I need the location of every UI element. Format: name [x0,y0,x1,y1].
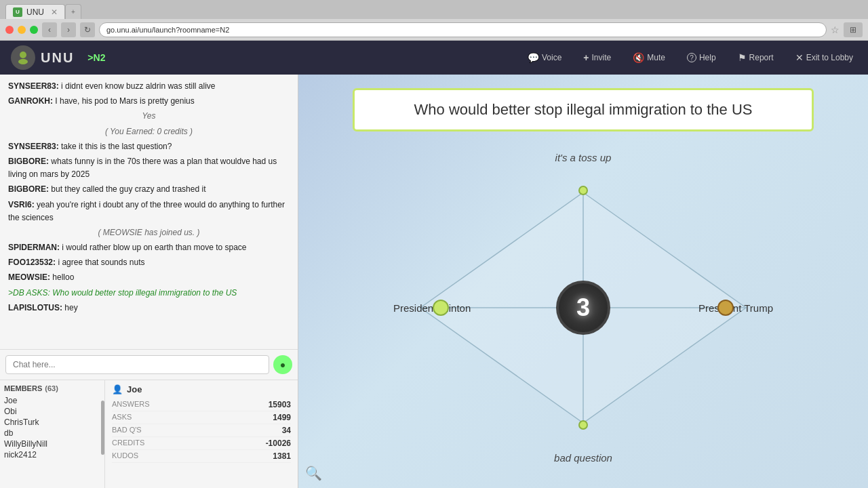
member-stats-section: 👤 Joe ANSWERS 15903 ASKS 1499 BAD Q's 34 [105,380,298,488]
timer-circle: 3 [556,281,610,335]
list-item[interactable]: Obi [4,406,100,417]
extensions-button[interactable]: ⊞ [844,22,863,37]
vote-label-top: it's a toss up [555,152,612,163]
chat-message: Yes [8,110,290,123]
report-button[interactable]: ⚑ Report [734,49,778,66]
back-button[interactable]: ‹ [42,22,57,37]
credits-value: -10026 [266,439,291,448]
zoom-icon[interactable]: 🔍 [305,465,322,481]
chat-message: BIGBORE: whats funny is in the 70s there… [8,155,290,181]
chat-message: VSRI6: yeah you're right i doubt any of … [8,199,290,224]
invite-label: Invite [592,53,612,62]
member-stats-user-icon: 👤 [112,384,123,394]
main-content: SYNSEER83: i didnt even know buzz aldrin… [0,75,868,488]
report-icon: ⚑ [738,52,747,63]
help-icon: ? [687,53,696,62]
asks-value: 1499 [273,413,291,422]
chat-message-text: I have, his pod to Mars is pretty genius [55,96,194,106]
window-close-button[interactable] [5,26,14,34]
chat-username: FOO123532: [8,258,58,267]
kudos-label: KUDOS [112,451,138,461]
chat-message: FOO123532: i agree that sounds nuts [8,256,290,269]
chat-username: MEOWSIE: [8,272,52,282]
chat-message-text: i agree that sounds nuts [58,258,144,267]
chat-message: SYNSEER83: i didnt even know buzz aldrin… [8,80,290,93]
browser-tabs: U UNU ✕ + [0,0,868,19]
voice-button[interactable]: 💬 Voice [524,49,566,66]
browser-tab[interactable]: U UNU ✕ [5,4,65,19]
chat-input[interactable] [5,355,269,374]
room-label: >N2 [87,52,105,63]
chat-message-text: i would rather blow up on earth than mov… [62,243,246,252]
chat-username: SYNSEER83: [8,81,61,91]
url-bar[interactable] [99,22,827,37]
bad-question-label: bad question [554,452,612,464]
list-item[interactable]: ChrisTurk [4,417,100,428]
window-minimize-button[interactable] [18,26,26,34]
vote-label-bottom: bad question [554,452,612,464]
window-maximize-button[interactable] [30,26,38,34]
voice-icon: 💬 [528,52,539,63]
stat-row-kudos: KUDOS 1381 [112,450,291,463]
app: UNU >N2 💬 Voice + Invite 🔇 Mute ? Help ⚑… [0,41,868,488]
new-tab-button[interactable]: + [65,4,81,19]
chat-message-text: i didnt even know buzz aldrin was still … [61,81,215,91]
exit-label: Exit to Lobby [806,53,853,62]
chat-messages: SYNSEER83: i didnt even know buzz aldrin… [0,75,298,349]
svg-point-0 [20,52,26,58]
members-label: MEMBERS [4,384,42,392]
chat-message: >DB ASKS: Who would better stop illegal … [8,287,290,300]
members-scrollbar[interactable] [101,401,104,455]
chat-message: SPIDERMAN: i would rather blow up on ear… [8,241,290,254]
exit-icon: ✕ [795,52,804,63]
bad-qs-value: 34 [282,426,291,435]
members-header: MEMBERS (63) [4,384,100,392]
list-item[interactable]: nick2412 [4,449,100,460]
chat-send-button[interactable]: ● [273,355,292,374]
list-item[interactable]: Joe [4,395,100,406]
credits-label: CREDITS [112,439,144,448]
mute-label: Mute [647,53,665,62]
chat-panel: SYNSEER83: i didnt even know buzz aldrin… [0,75,298,488]
list-item[interactable]: WillyBillyNill [4,439,100,449]
list-item[interactable]: db [4,428,100,439]
members-list: JoeObiChrisTurkdbWillyBillyNillnick2412 [4,395,100,460]
selected-member-name: Joe [127,384,142,394]
node-left[interactable] [433,300,449,316]
help-button[interactable]: ? Help [683,50,720,65]
tab-title: UNU [26,7,44,17]
invite-button[interactable]: + Invite [579,49,615,66]
browser-controls: ‹ › ↻ ☆ ⊞ [0,19,868,41]
help-label: Help [699,53,716,62]
chat-message: ( You Earned: 0 credits ) [8,125,290,138]
vote-diagram: it's a toss up bad question President Cl… [380,145,787,470]
chat-message: BIGBORE: but they called the guy crazy a… [8,183,290,196]
stat-row-bad-qs: BAD Q's 34 [112,424,291,437]
timer-number: 3 [576,293,590,322]
refresh-button[interactable]: ↻ [80,22,95,37]
tab-favicon: U [13,7,22,17]
stat-row-asks: ASKS 1499 [112,411,291,424]
mute-button[interactable]: 🔇 Mute [629,49,669,66]
chat-username: SYNSEER83: [8,142,61,151]
members-count: (63) [45,384,58,392]
logo-icon [11,45,35,70]
chat-message-text: take it this is the last question? [61,142,172,151]
logo-text: UNU [41,50,74,66]
close-icon[interactable]: ✕ [51,7,58,17]
chat-message: ( MEOWSIE has joined us. ) [8,226,290,239]
forward-button[interactable]: › [61,22,76,37]
chat-message: SYNSEER83: take it this is the last ques… [8,140,290,153]
answers-value: 15903 [269,400,291,409]
bookmark-button[interactable]: ☆ [831,24,840,35]
right-candidate-label: President Trump [698,302,773,314]
chat-username: LAPISLOTUS: [8,303,64,312]
node-right[interactable] [717,300,734,316]
question-box: Who would better stop illegal immigratio… [353,88,814,131]
exit-button[interactable]: ✕ Exit to Lobby [791,49,857,66]
bad-qs-label: BAD Q's [112,426,142,435]
chat-username: BIGBORE: [8,157,51,166]
node-bottom [578,420,588,430]
app-logo: UNU [11,45,74,70]
kudos-value: 1381 [273,451,291,461]
